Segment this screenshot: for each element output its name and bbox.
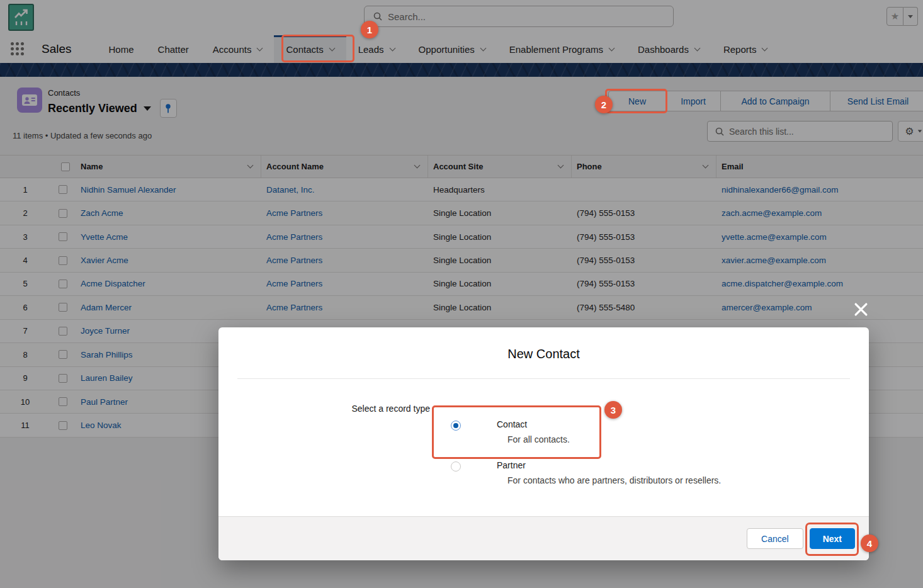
- close-icon[interactable]: [851, 299, 871, 319]
- radio-button[interactable]: [451, 461, 461, 472]
- record-type-description: For all contacts.: [507, 434, 570, 444]
- modal-title: New Contact: [218, 327, 869, 361]
- modal-footer: Cancel Next: [218, 516, 869, 560]
- step-badge-1: 1: [361, 21, 378, 38]
- record-type-name: Contact: [497, 419, 570, 429]
- modal-divider: [237, 378, 850, 379]
- record-type-options: Contact For all contacts. Partner For co…: [451, 419, 721, 485]
- salesforce-contacts-page: ★ Sales Home Chatter Accounts: [0, 0, 923, 588]
- record-type-option[interactable]: Partner For contacts who are partners, d…: [451, 460, 721, 485]
- step-badge-4: 4: [861, 534, 878, 552]
- next-button[interactable]: Next: [810, 528, 855, 549]
- record-type-description: For contacts who are partners, distribut…: [507, 475, 721, 485]
- new-contact-modal: New Contact Select a record type Contact…: [218, 327, 869, 560]
- record-type-label: Select a record type: [218, 404, 430, 414]
- record-type-option[interactable]: Contact For all contacts.: [451, 419, 721, 444]
- record-type-name: Partner: [497, 460, 721, 470]
- step-badge-3: 3: [604, 401, 622, 419]
- cancel-button[interactable]: Cancel: [747, 528, 803, 549]
- step-badge-2: 2: [595, 96, 613, 113]
- radio-button[interactable]: [451, 421, 461, 431]
